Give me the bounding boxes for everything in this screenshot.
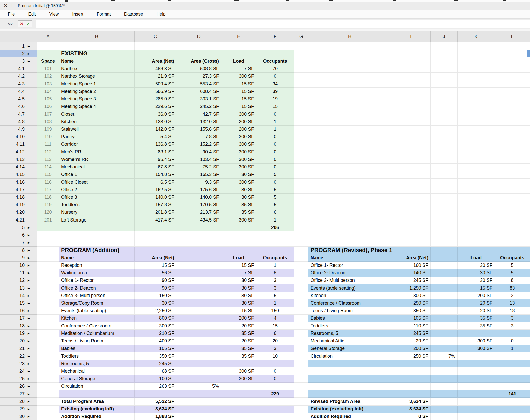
cell-F4.13[interactable]: 0 [256,156,294,163]
cell-G4.4[interactable] [294,88,308,95]
cell-H4.16[interactable] [308,179,391,186]
cell-J4.18[interactable] [431,194,458,201]
cell-K4.21[interactable] [458,216,495,224]
cell-C11[interactable]: 56 SF [135,269,176,277]
cell-I12[interactable]: 245 SF [391,277,431,284]
cell-J27[interactable] [431,390,458,398]
row-expand-marker-icon[interactable]: ▶ [28,226,37,229]
cell-D11[interactable] [176,269,221,277]
cell-H25[interactable] [308,375,391,383]
row-header-4.1[interactable]: 4.1 [0,65,37,73]
cell-H4.5[interactable] [308,95,391,103]
cell-L4.15[interactable] [495,171,530,179]
cell-D4.3[interactable]: 553.4 SF [176,80,221,88]
cell-I24[interactable] [391,367,431,375]
cell-J6[interactable] [431,231,458,239]
cell-B4.12[interactable]: Men's RR [59,148,135,156]
cell-A4.16[interactable]: 116 [37,179,59,186]
row-header-3[interactable]: 3▶ [0,57,37,65]
cell-H29[interactable]: Existing (excluding loft) [308,406,391,413]
cell-E4.15[interactable]: 30 SF [221,171,256,179]
cell-I4.21[interactable] [391,216,431,224]
cell-G9[interactable] [294,254,308,262]
cell-L2[interactable] [495,50,530,57]
cell-L4.20[interactable] [495,209,530,216]
row-header-30[interactable]: 30▶ [0,413,37,420]
cell-H20[interactable]: Mechanical Attic [308,337,391,345]
cell-D21[interactable] [176,345,221,352]
cell-B2[interactable]: EXISTING [59,50,135,57]
cell-K24[interactable] [458,367,495,375]
cell-B4.2[interactable]: Narthex Storage [59,73,135,80]
cell-F4.3[interactable]: 34 [256,80,294,88]
row-header-4.7[interactable]: 4.7 [0,110,37,118]
row-header-28[interactable]: 28▶ [0,398,37,405]
cell-F14[interactable]: 5 [256,292,294,299]
cell-G4.1[interactable] [294,65,308,73]
cell-E4.11[interactable]: 300 SF [221,141,256,148]
cell-J28[interactable] [431,398,458,405]
cell-H21[interactable]: General Storage [308,345,391,352]
cell-K4.11[interactable] [458,141,495,148]
cell-B4.5[interactable]: Meeting Space 3 [59,95,135,103]
row-expand-marker-icon[interactable]: ▶ [28,385,37,388]
row-header-14[interactable]: 14▶ [0,292,37,299]
row-header-10[interactable]: 10▶ [0,262,37,269]
cell-F4.5[interactable]: 19 [256,95,294,103]
cell-L4.8[interactable] [495,118,530,126]
cell-A4.4[interactable]: 104 [37,88,59,95]
row-expand-marker-icon[interactable]: ▶ [28,271,37,274]
cell-E4.9[interactable]: 200 SF [221,126,256,133]
row-expand-marker-icon[interactable]: ▶ [28,249,37,252]
cell-J4.14[interactable] [431,164,458,171]
cell-G15[interactable] [294,299,308,307]
row-header-4.18[interactable]: 4.18 [0,194,37,201]
cell-J16[interactable] [431,307,458,315]
cell-D4.1[interactable]: 508.8 SF [176,65,221,73]
cell-A13[interactable] [37,284,59,292]
column-header-L[interactable]: L [495,31,530,42]
cell-C2[interactable] [135,50,176,57]
cell-I8[interactable] [391,247,431,254]
cell-B4.7[interactable]: Closet [59,110,135,118]
cell-C1[interactable] [135,42,176,50]
cell-B23[interactable]: Restrooms, 5 [59,360,135,367]
cell-E4.18[interactable]: 30 SF [221,194,256,201]
cell-A4.5[interactable]: 105 [37,95,59,103]
cell-D2[interactable] [176,50,221,57]
cell-D9[interactable] [176,254,221,262]
cell-H1[interactable] [308,42,391,50]
cell-D26[interactable]: 5% [176,383,221,390]
cell-E13[interactable]: 30 SF [221,284,256,292]
cell-K6[interactable] [458,231,495,239]
cell-J4.19[interactable] [431,201,458,209]
cell-I15[interactable]: 250 SF [391,299,431,307]
cell-D22[interactable] [176,352,221,360]
cell-D25[interactable] [176,375,221,383]
column-header-I[interactable]: I [391,31,431,42]
cell-C4.6[interactable]: 229.6 SF [135,103,176,110]
cell-B4.11[interactable]: Corridor [59,141,135,148]
cell-J9[interactable] [431,254,458,262]
cell-I23[interactable] [391,360,431,367]
row-header-4.2[interactable]: 4.2 [0,73,37,80]
cell-F1[interactable] [256,42,294,50]
row-expand-marker-icon[interactable]: ▶ [28,52,37,55]
cell-B4.4[interactable]: Meeting Space 2 [59,88,135,95]
cell-F20[interactable]: 20 [256,337,294,345]
cell-G4.3[interactable] [294,80,308,88]
cell-J14[interactable] [431,292,458,299]
cell-B4.8[interactable]: Kitchen [59,118,135,126]
cell-C4.3[interactable]: 509.4 SF [135,80,176,88]
row-expand-marker-icon[interactable]: ▶ [28,45,37,48]
cell-H16[interactable]: Teens / Living Room [308,307,391,315]
row-header-4.16[interactable]: 4.16 [0,179,37,186]
row-header-9[interactable]: 9▶ [0,254,37,262]
cell-E26[interactable] [221,383,256,390]
column-header-F[interactable]: F [256,31,294,42]
cell-C4.10[interactable]: 5.4 SF [135,133,176,141]
cell-C16[interactable]: 2,250 SF [135,307,176,315]
cell-B14[interactable]: Office 3- Multi person [59,292,135,299]
cell-I4.5[interactable] [391,95,431,103]
cell-E6[interactable] [221,231,256,239]
